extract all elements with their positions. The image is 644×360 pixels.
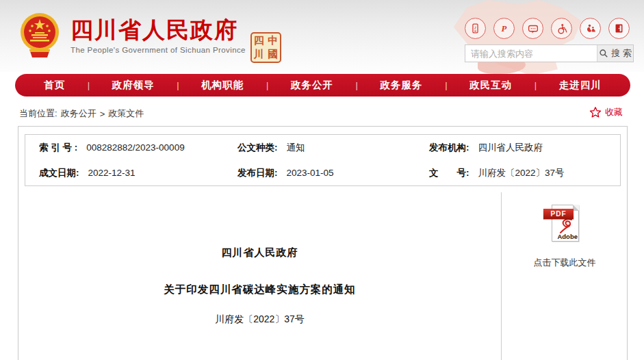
document-container: 索 引 号 : 008282882/2023-00009 公文种类: 通知 发布… [18, 126, 628, 360]
meta-doc-type: 公文种类: 通知 [224, 135, 415, 160]
search-input[interactable] [465, 45, 597, 62]
svg-text:P: P [502, 24, 507, 34]
nav-item-gov-affairs[interactable]: 政务公开 [291, 79, 333, 92]
nav-separator: | [177, 80, 179, 90]
search-button-label: 搜 索 [611, 47, 632, 60]
favorite-label: 收藏 [605, 106, 623, 118]
nav-separator: | [534, 80, 537, 90]
search-button[interactable]: 搜 索 [597, 45, 633, 62]
nav-item-services[interactable]: 政务服务 [381, 79, 423, 92]
meta-label: 公文种类: [237, 142, 278, 154]
meta-value: 008282882/2023-00009 [86, 142, 184, 153]
p-logo-icon[interactable]: P [493, 18, 515, 39]
nav-item-interaction[interactable]: 政民互动 [469, 79, 512, 92]
breadcrumb: 当前位置: 政务公开 > 政策文件 [19, 107, 144, 120]
star-icon [589, 106, 602, 118]
meta-publish-date: 发布日期: 2023-01-05 [224, 160, 415, 185]
main-nav: 首页 | 政府领导 | 机构职能 | 政务公开 | 政务服务 | 政民互动 | … [15, 74, 630, 97]
meta-written-date: 成文日期: 2022-12-31 [25, 160, 224, 185]
site-header: 四川省人民政府 The People's Government of Sichu… [0, 0, 644, 72]
pdf-download-panel: Adobe PDF 点击下载此文件 [502, 192, 628, 269]
nav-item-leaders[interactable]: 政府领导 [112, 79, 155, 92]
nav-item-about-sichuan[interactable]: 走进四川 [559, 79, 602, 92]
site-title: 四川省人民政府 [70, 18, 246, 42]
meta-value: 川府发〔2022〕37号 [478, 167, 565, 179]
meta-label: 文 号: [429, 167, 469, 179]
breadcrumb-separator: > [100, 109, 105, 119]
pdf-download-link[interactable]: 点击下载此文件 [502, 257, 628, 269]
document-meta-table: 索 引 号 : 008282882/2023-00009 公文种类: 通知 发布… [25, 134, 621, 186]
nav-item-functions[interactable]: 机构职能 [201, 79, 244, 92]
message-icon[interactable] [522, 18, 543, 39]
meta-label: 发布日期: [237, 167, 278, 179]
seal-char: 四 [252, 34, 266, 48]
meta-doc-number: 文 号: 川府发〔2022〕37号 [415, 160, 620, 185]
pdf-file-icon[interactable]: Adobe PDF [550, 205, 579, 242]
magnifier-icon [599, 49, 608, 58]
header-quick-links: P [465, 18, 630, 39]
accessibility-icon[interactable] [551, 18, 572, 39]
document-org: 四川省人民政府 [18, 246, 501, 259]
meta-value: 通知 [287, 142, 305, 154]
door-icon[interactable] [608, 18, 630, 39]
meta-value: 2023-01-05 [287, 168, 334, 178]
site-subtitle: The People's Government of Sichuan Provi… [70, 46, 246, 54]
pdf-fold-corner [573, 205, 579, 211]
breadcrumb-prefix: 当前位置: [19, 107, 57, 120]
seal-char: 國 [266, 48, 281, 62]
mobile-icon[interactable] [465, 18, 486, 39]
adobe-label: Adobe [557, 233, 578, 240]
meta-issuing-agency: 发布机构: 四川省人民政府 [415, 135, 620, 160]
pdf-banner-label: PDF [543, 209, 574, 219]
nav-separator: | [88, 80, 90, 90]
document-number: 川府发〔2022〕37号 [18, 313, 501, 326]
meta-label: 索 引 号 : [39, 142, 77, 154]
page: 四川省人民政府 The People's Government of Sichu… [0, 0, 644, 360]
national-emblem-icon [20, 11, 60, 60]
site-logo-text: 四川省人民政府 The People's Government of Sichu… [70, 18, 246, 54]
meta-value: 四川省人民政府 [478, 142, 543, 154]
nav-separator: | [445, 80, 447, 90]
search-bar: 搜 索 [465, 44, 634, 62]
nav-separator: | [266, 80, 268, 90]
breadcrumb-section[interactable]: 政务公开 [61, 107, 96, 120]
nav-separator: | [356, 80, 358, 90]
meta-label: 成文日期: [39, 167, 79, 179]
meta-label: 发布机构: [429, 142, 469, 154]
meta-value: 2022-12-31 [88, 168, 136, 178]
nav-item-home[interactable]: 首页 [44, 79, 65, 92]
favorite-button[interactable]: 收藏 [589, 106, 623, 118]
meta-index-number: 索 引 号 : 008282882/2023-00009 [25, 135, 224, 160]
care-icon[interactable] [580, 18, 601, 39]
seal-char: 中 [266, 34, 281, 48]
seal-char: 川 [252, 48, 266, 62]
document-title: 关于印发四川省碳达峰实施方案的通知 [18, 283, 501, 297]
china-sichuan-seal: 四 中 川 國 [250, 32, 281, 63]
breadcrumb-page[interactable]: 政策文件 [108, 107, 144, 120]
